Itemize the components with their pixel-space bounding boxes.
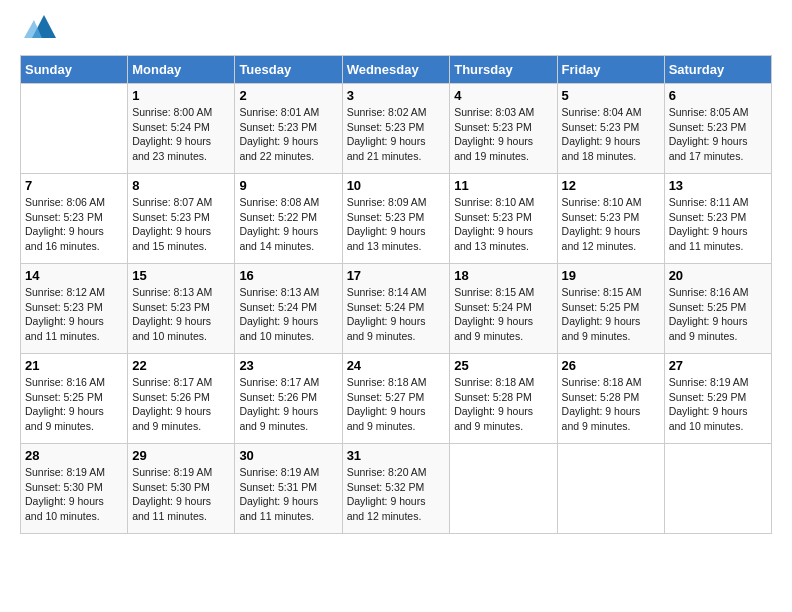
calendar-cell: 7Sunrise: 8:06 AM Sunset: 5:23 PM Daylig… [21, 174, 128, 264]
calendar-cell: 29Sunrise: 8:19 AM Sunset: 5:30 PM Dayli… [128, 444, 235, 534]
weekday-header-sunday: Sunday [21, 56, 128, 84]
day-number: 10 [347, 178, 446, 193]
day-number: 9 [239, 178, 337, 193]
day-number: 3 [347, 88, 446, 103]
day-info: Sunrise: 8:09 AM Sunset: 5:23 PM Dayligh… [347, 195, 446, 254]
calendar-cell: 11Sunrise: 8:10 AM Sunset: 5:23 PM Dayli… [450, 174, 557, 264]
day-number: 5 [562, 88, 660, 103]
calendar-cell: 12Sunrise: 8:10 AM Sunset: 5:23 PM Dayli… [557, 174, 664, 264]
day-info: Sunrise: 8:05 AM Sunset: 5:23 PM Dayligh… [669, 105, 767, 164]
calendar-cell: 15Sunrise: 8:13 AM Sunset: 5:23 PM Dayli… [128, 264, 235, 354]
calendar-cell [21, 84, 128, 174]
calendar-cell: 13Sunrise: 8:11 AM Sunset: 5:23 PM Dayli… [664, 174, 771, 264]
day-info: Sunrise: 8:01 AM Sunset: 5:23 PM Dayligh… [239, 105, 337, 164]
calendar-week-2: 7Sunrise: 8:06 AM Sunset: 5:23 PM Daylig… [21, 174, 772, 264]
day-info: Sunrise: 8:20 AM Sunset: 5:32 PM Dayligh… [347, 465, 446, 524]
day-info: Sunrise: 8:17 AM Sunset: 5:26 PM Dayligh… [239, 375, 337, 434]
calendar-cell: 9Sunrise: 8:08 AM Sunset: 5:22 PM Daylig… [235, 174, 342, 264]
day-number: 19 [562, 268, 660, 283]
day-info: Sunrise: 8:19 AM Sunset: 5:29 PM Dayligh… [669, 375, 767, 434]
day-number: 31 [347, 448, 446, 463]
day-number: 30 [239, 448, 337, 463]
weekday-header-thursday: Thursday [450, 56, 557, 84]
weekday-header-wednesday: Wednesday [342, 56, 450, 84]
day-number: 18 [454, 268, 552, 283]
day-number: 11 [454, 178, 552, 193]
calendar-cell: 16Sunrise: 8:13 AM Sunset: 5:24 PM Dayli… [235, 264, 342, 354]
calendar-cell: 22Sunrise: 8:17 AM Sunset: 5:26 PM Dayli… [128, 354, 235, 444]
day-number: 8 [132, 178, 230, 193]
day-number: 7 [25, 178, 123, 193]
calendar-cell: 3Sunrise: 8:02 AM Sunset: 5:23 PM Daylig… [342, 84, 450, 174]
calendar-table: SundayMondayTuesdayWednesdayThursdayFrid… [20, 55, 772, 534]
calendar-cell: 31Sunrise: 8:20 AM Sunset: 5:32 PM Dayli… [342, 444, 450, 534]
day-number: 24 [347, 358, 446, 373]
calendar-cell: 2Sunrise: 8:01 AM Sunset: 5:23 PM Daylig… [235, 84, 342, 174]
calendar-cell: 5Sunrise: 8:04 AM Sunset: 5:23 PM Daylig… [557, 84, 664, 174]
day-info: Sunrise: 8:15 AM Sunset: 5:25 PM Dayligh… [562, 285, 660, 344]
weekday-header-saturday: Saturday [664, 56, 771, 84]
logo [20, 20, 59, 45]
day-info: Sunrise: 8:10 AM Sunset: 5:23 PM Dayligh… [454, 195, 552, 254]
calendar-cell: 17Sunrise: 8:14 AM Sunset: 5:24 PM Dayli… [342, 264, 450, 354]
day-info: Sunrise: 8:06 AM Sunset: 5:23 PM Dayligh… [25, 195, 123, 254]
day-info: Sunrise: 8:14 AM Sunset: 5:24 PM Dayligh… [347, 285, 446, 344]
day-info: Sunrise: 8:15 AM Sunset: 5:24 PM Dayligh… [454, 285, 552, 344]
day-info: Sunrise: 8:19 AM Sunset: 5:30 PM Dayligh… [25, 465, 123, 524]
calendar-week-5: 28Sunrise: 8:19 AM Sunset: 5:30 PM Dayli… [21, 444, 772, 534]
day-info: Sunrise: 8:18 AM Sunset: 5:28 PM Dayligh… [562, 375, 660, 434]
day-number: 6 [669, 88, 767, 103]
day-number: 27 [669, 358, 767, 373]
day-info: Sunrise: 8:02 AM Sunset: 5:23 PM Dayligh… [347, 105, 446, 164]
day-number: 29 [132, 448, 230, 463]
day-number: 14 [25, 268, 123, 283]
calendar-cell: 6Sunrise: 8:05 AM Sunset: 5:23 PM Daylig… [664, 84, 771, 174]
day-info: Sunrise: 8:16 AM Sunset: 5:25 PM Dayligh… [25, 375, 123, 434]
calendar-cell: 10Sunrise: 8:09 AM Sunset: 5:23 PM Dayli… [342, 174, 450, 264]
day-number: 28 [25, 448, 123, 463]
day-number: 2 [239, 88, 337, 103]
calendar-cell: 30Sunrise: 8:19 AM Sunset: 5:31 PM Dayli… [235, 444, 342, 534]
day-info: Sunrise: 8:16 AM Sunset: 5:25 PM Dayligh… [669, 285, 767, 344]
calendar-cell: 18Sunrise: 8:15 AM Sunset: 5:24 PM Dayli… [450, 264, 557, 354]
day-info: Sunrise: 8:00 AM Sunset: 5:24 PM Dayligh… [132, 105, 230, 164]
page-header [20, 20, 772, 45]
calendar-cell: 19Sunrise: 8:15 AM Sunset: 5:25 PM Dayli… [557, 264, 664, 354]
day-info: Sunrise: 8:07 AM Sunset: 5:23 PM Dayligh… [132, 195, 230, 254]
day-info: Sunrise: 8:04 AM Sunset: 5:23 PM Dayligh… [562, 105, 660, 164]
day-number: 1 [132, 88, 230, 103]
calendar-cell: 24Sunrise: 8:18 AM Sunset: 5:27 PM Dayli… [342, 354, 450, 444]
logo-icon [24, 10, 59, 45]
day-number: 17 [347, 268, 446, 283]
day-info: Sunrise: 8:03 AM Sunset: 5:23 PM Dayligh… [454, 105, 552, 164]
calendar-cell [450, 444, 557, 534]
day-info: Sunrise: 8:18 AM Sunset: 5:27 PM Dayligh… [347, 375, 446, 434]
calendar-cell: 25Sunrise: 8:18 AM Sunset: 5:28 PM Dayli… [450, 354, 557, 444]
day-number: 21 [25, 358, 123, 373]
day-info: Sunrise: 8:10 AM Sunset: 5:23 PM Dayligh… [562, 195, 660, 254]
calendar-header-row: SundayMondayTuesdayWednesdayThursdayFrid… [21, 56, 772, 84]
calendar-cell: 4Sunrise: 8:03 AM Sunset: 5:23 PM Daylig… [450, 84, 557, 174]
calendar-cell: 28Sunrise: 8:19 AM Sunset: 5:30 PM Dayli… [21, 444, 128, 534]
day-number: 16 [239, 268, 337, 283]
day-info: Sunrise: 8:13 AM Sunset: 5:23 PM Dayligh… [132, 285, 230, 344]
day-info: Sunrise: 8:18 AM Sunset: 5:28 PM Dayligh… [454, 375, 552, 434]
calendar-week-3: 14Sunrise: 8:12 AM Sunset: 5:23 PM Dayli… [21, 264, 772, 354]
day-number: 26 [562, 358, 660, 373]
day-info: Sunrise: 8:19 AM Sunset: 5:30 PM Dayligh… [132, 465, 230, 524]
calendar-cell: 23Sunrise: 8:17 AM Sunset: 5:26 PM Dayli… [235, 354, 342, 444]
day-number: 25 [454, 358, 552, 373]
calendar-cell: 26Sunrise: 8:18 AM Sunset: 5:28 PM Dayli… [557, 354, 664, 444]
calendar-cell [664, 444, 771, 534]
day-info: Sunrise: 8:11 AM Sunset: 5:23 PM Dayligh… [669, 195, 767, 254]
weekday-header-tuesday: Tuesday [235, 56, 342, 84]
calendar-cell: 14Sunrise: 8:12 AM Sunset: 5:23 PM Dayli… [21, 264, 128, 354]
day-number: 23 [239, 358, 337, 373]
day-info: Sunrise: 8:08 AM Sunset: 5:22 PM Dayligh… [239, 195, 337, 254]
calendar-cell: 20Sunrise: 8:16 AM Sunset: 5:25 PM Dayli… [664, 264, 771, 354]
weekday-header-friday: Friday [557, 56, 664, 84]
calendar-cell [557, 444, 664, 534]
day-number: 12 [562, 178, 660, 193]
day-number: 20 [669, 268, 767, 283]
day-info: Sunrise: 8:17 AM Sunset: 5:26 PM Dayligh… [132, 375, 230, 434]
